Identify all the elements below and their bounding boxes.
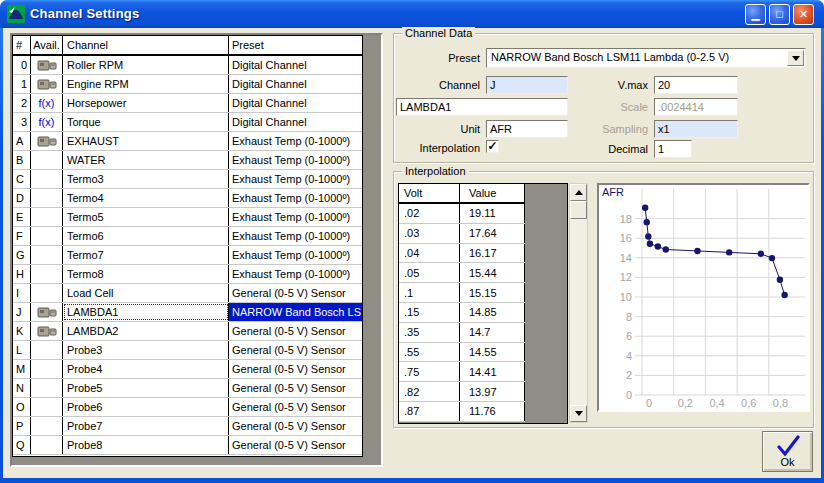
maximize-icon[interactable]: □ xyxy=(769,4,790,25)
preset-combobox[interactable]: NARROW Band Bosch LSM11 Lambda (0-2.5 V) xyxy=(486,48,806,68)
cell-channel-name[interactable]: Termo5 xyxy=(63,208,229,226)
cell-row-id[interactable]: D xyxy=(13,189,31,207)
cell-preset[interactable]: General (0-5 V) Sensor xyxy=(229,417,362,435)
cell-channel-name[interactable]: Probe4 xyxy=(63,360,229,378)
cell-row-id[interactable]: N xyxy=(13,379,31,397)
channel-field[interactable]: J xyxy=(486,76,568,94)
interp-table-row[interactable]: .0219.11 xyxy=(399,204,525,224)
interp-table-row[interactable]: .8711.76 xyxy=(399,402,525,422)
cell-value[interactable]: 14.55 xyxy=(460,343,525,362)
cell-value[interactable]: 11.76 xyxy=(460,402,525,421)
cell-channel-name[interactable]: Termo3 xyxy=(63,170,229,188)
preset-dropdown-button[interactable] xyxy=(787,50,804,66)
cell-channel-name[interactable]: Horsepower xyxy=(63,94,229,112)
cell-row-id[interactable]: I xyxy=(13,284,31,302)
cell-avail[interactable] xyxy=(31,379,63,397)
interp-table-row[interactable]: .0515.44 xyxy=(399,263,525,283)
cell-preset[interactable]: Exhaust Temp (0-1000º) xyxy=(229,132,362,150)
decimal-field[interactable]: 1 xyxy=(654,140,692,158)
cell-volt[interactable]: .02 xyxy=(399,204,460,223)
cell-avail[interactable] xyxy=(31,322,63,340)
cell-avail[interactable] xyxy=(31,341,63,359)
cell-channel-name[interactable]: Termo4 xyxy=(63,189,229,207)
cell-channel-name[interactable]: Probe5 xyxy=(63,379,229,397)
cell-preset[interactable]: Exhaust Temp (0-1000º) xyxy=(229,170,362,188)
cell-channel-name[interactable]: Probe7 xyxy=(63,417,229,435)
table-row[interactable]: CTermo3Exhaust Temp (0-1000º) xyxy=(13,170,362,189)
table-row[interactable]: MProbe4General (0-5 V) Sensor xyxy=(13,360,362,379)
cell-preset[interactable]: Exhaust Temp (0-1000º) xyxy=(229,208,362,226)
cell-preset[interactable]: Exhaust Temp (0-1000º) xyxy=(229,189,362,207)
cell-channel-name[interactable]: WATER xyxy=(63,151,229,169)
close-icon[interactable]: ✕ xyxy=(793,4,814,25)
cell-preset[interactable]: Exhaust Temp (0-1000º) xyxy=(229,246,362,264)
cell-row-id[interactable]: K xyxy=(13,322,31,340)
titlebar[interactable]: Channel Settings ▁ □ ✕ xyxy=(0,0,824,28)
cell-value[interactable]: 15.44 xyxy=(460,263,525,282)
interp-table-row[interactable]: .0416.17 xyxy=(399,244,525,264)
cell-value[interactable]: 19.11 xyxy=(460,204,525,223)
cell-preset[interactable]: Exhaust Temp (0-1000º) xyxy=(229,227,362,245)
cell-channel-name[interactable]: Termo7 xyxy=(63,246,229,264)
cell-avail[interactable] xyxy=(31,151,63,169)
cell-avail[interactable] xyxy=(31,398,63,416)
cell-channel-name[interactable]: Engine RPM xyxy=(63,75,229,93)
table-row[interactable]: BWATERExhaust Temp (0-1000º) xyxy=(13,151,362,170)
cell-channel-name[interactable]: Termo6 xyxy=(63,227,229,245)
cell-volt[interactable]: .1 xyxy=(399,283,460,302)
cell-row-id[interactable]: 1 xyxy=(13,75,31,93)
table-row[interactable]: FTermo6Exhaust Temp (0-1000º) xyxy=(13,227,362,246)
cell-avail[interactable] xyxy=(31,246,63,264)
cell-channel-name[interactable]: Roller RPM xyxy=(63,56,229,74)
interp-table-row[interactable]: .7514.41 xyxy=(399,362,525,382)
cell-row-id[interactable]: Q xyxy=(13,436,31,454)
cell-avail[interactable] xyxy=(31,170,63,188)
cell-value[interactable]: 14.85 xyxy=(460,303,525,322)
cell-channel-name[interactable]: LAMBDA1 xyxy=(63,303,229,321)
table-row[interactable]: PProbe7General (0-5 V) Sensor xyxy=(13,417,362,436)
cell-channel-name[interactable]: Torque xyxy=(63,113,229,131)
cell-avail[interactable] xyxy=(31,56,63,74)
cell-value[interactable]: 14.7 xyxy=(460,323,525,342)
cell-row-id[interactable]: F xyxy=(13,227,31,245)
cell-avail[interactable] xyxy=(31,436,63,454)
cell-avail[interactable] xyxy=(31,284,63,302)
cell-avail[interactable] xyxy=(31,189,63,207)
cell-preset[interactable]: NARROW Band Bosch LS xyxy=(229,303,362,321)
cell-channel-name[interactable]: Termo8 xyxy=(63,265,229,283)
cell-value[interactable]: 16.17 xyxy=(460,244,525,263)
cell-avail[interactable] xyxy=(31,417,63,435)
cell-avail[interactable] xyxy=(31,75,63,93)
cell-channel-name[interactable]: LAMBDA2 xyxy=(63,322,229,340)
cell-volt[interactable]: .05 xyxy=(399,263,460,282)
cell-row-id[interactable]: C xyxy=(13,170,31,188)
cell-value[interactable]: 15.15 xyxy=(460,283,525,302)
cell-preset[interactable]: General (0-5 V) Sensor xyxy=(229,341,362,359)
table-row[interactable]: 2f(x)HorsepowerDigital Channel xyxy=(13,94,362,113)
cell-avail[interactable]: f(x) xyxy=(31,94,63,112)
interp-table-row[interactable]: .0317.64 xyxy=(399,224,525,244)
cell-row-id[interactable]: G xyxy=(13,246,31,264)
cell-row-id[interactable]: A xyxy=(13,132,31,150)
cell-preset[interactable]: Digital Channel xyxy=(229,56,362,74)
cell-value[interactable]: 14.41 xyxy=(460,362,525,381)
interp-table-row[interactable]: .5514.55 xyxy=(399,343,525,363)
cell-volt[interactable]: .75 xyxy=(399,362,460,381)
interp-table-row[interactable]: .8213.97 xyxy=(399,382,525,402)
cell-volt[interactable]: .87 xyxy=(399,402,460,421)
cell-volt[interactable]: .55 xyxy=(399,343,460,362)
cell-preset[interactable]: General (0-5 V) Sensor xyxy=(229,284,362,302)
minimize-icon[interactable]: ▁ xyxy=(745,4,766,25)
table-row[interactable]: HTermo8Exhaust Temp (0-1000º) xyxy=(13,265,362,284)
cell-preset[interactable]: General (0-5 V) Sensor xyxy=(229,379,362,397)
table-row[interactable]: ILoad CellGeneral (0-5 V) Sensor xyxy=(13,284,362,303)
cell-row-id[interactable]: 2 xyxy=(13,94,31,112)
cell-volt[interactable]: .82 xyxy=(399,382,460,401)
cell-volt[interactable]: .03 xyxy=(399,224,460,243)
cell-avail[interactable] xyxy=(31,360,63,378)
cell-volt[interactable]: .35 xyxy=(399,323,460,342)
cell-volt[interactable]: .15 xyxy=(399,303,460,322)
scrollbar-thumb[interactable] xyxy=(570,201,587,219)
cell-preset[interactable]: Exhaust Temp (0-1000º) xyxy=(229,151,362,169)
cell-preset[interactable]: Digital Channel xyxy=(229,94,362,112)
